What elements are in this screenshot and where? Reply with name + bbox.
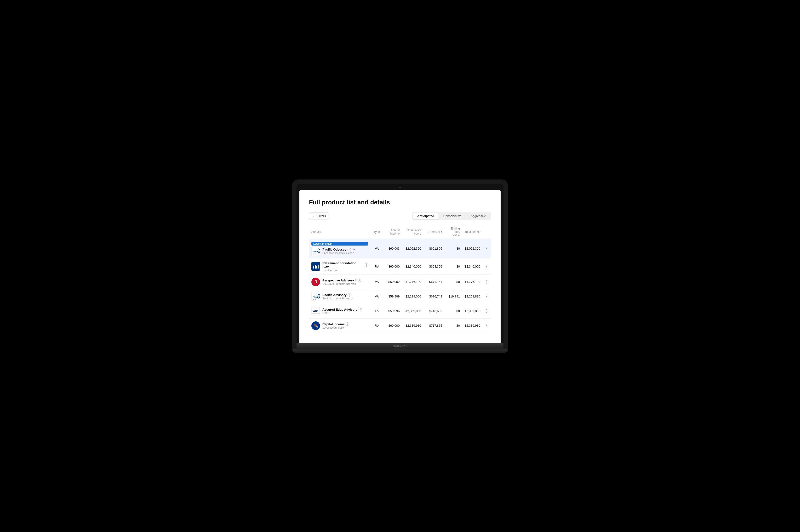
tab-aggressive[interactable]: Aggressive	[466, 212, 490, 220]
svg-text:LIFE: LIFE	[313, 299, 316, 300]
product-info: 🪶 Capital Income i Level payout option	[311, 321, 368, 330]
more-menu-button[interactable]	[485, 293, 489, 299]
product-text: Assured Edge Advisory i GWLB	[322, 308, 362, 315]
info-icon[interactable]: i	[346, 322, 349, 326]
ending-acc-value: $0	[444, 239, 462, 258]
col-header-annual-income: Annual income	[383, 225, 402, 239]
ending-acc-value: $0	[444, 258, 462, 274]
filter-icon	[313, 215, 316, 217]
badge-lowest-premium: Lowest premium	[311, 242, 368, 246]
product-text: Pacific Advisory i Portfolio Income Prot…	[322, 293, 353, 300]
product-info: Retirement Foundation ADV i Level Income	[311, 261, 368, 272]
product-sub: Level Income	[322, 269, 368, 272]
product-name: Retirement Foundation ADV i	[322, 261, 368, 268]
product-sub: Enhanced Income Select 2	[322, 251, 356, 254]
toolbar: Filters Anticipated Conservative Aggress…	[309, 212, 491, 220]
product-logo-pacific: PACIFIC LIFE	[311, 247, 320, 255]
more-menu-cell	[483, 304, 491, 318]
col-header-total: Total benefit	[462, 225, 483, 239]
premium: $717,875	[423, 318, 444, 333]
filter-label: Filters	[317, 214, 326, 218]
product-info: J Perspective Advisory II i LifeGuard Fr…	[311, 278, 368, 286]
product-type: FIA	[370, 258, 383, 274]
total-benefit: $2,339,860	[462, 304, 483, 318]
product-sub: GWLB	[322, 311, 362, 315]
table-body: Lowest premium PACIFIC LIFE Pacific Odys…	[309, 239, 491, 333]
more-menu-button[interactable]	[485, 246, 489, 251]
scenario-tabs: Anticipated Conservative Aggressive	[412, 212, 491, 220]
product-name: Pacific Advisory i	[322, 293, 353, 297]
info-icon[interactable]: i	[348, 293, 351, 297]
product-name: Capital Income i	[322, 322, 349, 326]
svg-text:🪶: 🪶	[313, 324, 318, 328]
info-icon[interactable]: i	[365, 263, 368, 267]
laptop-base	[292, 349, 508, 353]
product-name: Perspective Advisory II i	[322, 279, 361, 282]
macbook-label: MacBook Pro	[393, 345, 407, 347]
more-menu-button[interactable]	[485, 279, 489, 285]
col-header-ending: Ending acc. value	[444, 225, 462, 239]
product-type: VA	[370, 289, 383, 304]
more-menu-button[interactable]	[485, 264, 489, 269]
product-sub: LifeGuard Freedom Net Max	[322, 282, 361, 285]
info-icon[interactable]: i	[359, 308, 362, 311]
col-header-type: Type	[370, 225, 383, 239]
product-sub: Portfolio Income Protector	[322, 297, 353, 300]
cumulative-income: $2,339,860	[402, 304, 424, 318]
cumulative-income: $2,239,000	[402, 289, 424, 304]
col-header-premium[interactable]: Premium ↑	[423, 225, 444, 239]
product-logo-jackson: J	[311, 278, 320, 286]
svg-text:J: J	[314, 280, 317, 284]
table-header: Annuity Type Annual income Cumulative in…	[309, 225, 491, 239]
warn-icon[interactable]: ⚠	[352, 248, 356, 251]
filter-button[interactable]: Filters	[309, 212, 329, 220]
product-text: Perspective Advisory II i LifeGuard Free…	[322, 279, 361, 285]
product-info: AIG Life & Retirement Assured Edge Advis…	[311, 307, 368, 316]
laptop-screen: Full product list and details Filters An…	[299, 190, 501, 343]
product-text: Pacific Odyssey i ⚠ Enhanced Income Sele…	[322, 248, 356, 254]
table-row: PACIFIC LIFE Pacific Advisory i Portfoli…	[309, 289, 491, 304]
product-info: PACIFIC LIFE Pacific Advisory i Portfoli…	[311, 292, 368, 301]
product-name: Assured Edge Advisory i	[322, 308, 362, 311]
product-logo-capital: 🪶	[311, 321, 320, 330]
total-benefit: $2,052,320	[462, 239, 483, 258]
page-title: Full product list and details	[309, 198, 491, 206]
annual-income: $60,000	[383, 318, 402, 333]
annual-income: $60,002	[383, 274, 402, 289]
info-icon[interactable]: i	[358, 279, 361, 282]
svg-text:Life & Retirement: Life & Retirement	[312, 313, 320, 315]
tab-anticipated[interactable]: Anticipated	[413, 212, 439, 220]
total-benefit: $1,776,190	[462, 274, 483, 289]
svg-text:AIG: AIG	[313, 309, 318, 313]
col-header-annuity: Annuity	[309, 225, 370, 239]
product-text: Retirement Foundation ADV i Level Income	[322, 261, 368, 272]
more-menu-button[interactable]	[485, 308, 489, 314]
premium: $664,305	[423, 258, 444, 274]
total-benefit: $2,340,000	[462, 258, 483, 274]
cumulative-income: $2,339,980	[402, 318, 424, 333]
cumulative-income: $2,052,320	[402, 239, 424, 258]
more-menu-cell	[483, 289, 491, 304]
app-content: Full product list and details Filters An…	[299, 190, 501, 343]
tab-conservative[interactable]: Conservative	[439, 212, 466, 220]
screen-bezel: Full product list and details Filters An…	[296, 184, 504, 343]
product-type: VA	[370, 274, 383, 289]
annual-income: $59,999	[383, 289, 402, 304]
product-type: FIA	[370, 318, 383, 333]
more-menu-button[interactable]	[485, 323, 489, 328]
svg-text:LIFE: LIFE	[313, 253, 316, 254]
premium: $601,805	[423, 239, 444, 258]
product-logo-aig: AIG Life & Retirement	[311, 307, 320, 316]
more-menu-cell	[483, 239, 491, 258]
cumulative-income: $2,340,000	[402, 258, 424, 274]
camera	[399, 187, 401, 188]
laptop-frame: Full product list and details Filters An…	[292, 179, 508, 353]
ending-acc-value: $0	[444, 304, 462, 318]
product-table: Annuity Type Annual income Cumulative in…	[309, 225, 491, 333]
laptop-bottom-bar: MacBook Pro	[296, 343, 504, 349]
table-row: AIG Life & Retirement Assured Edge Advis…	[309, 304, 491, 318]
premium: $713,606	[423, 304, 444, 318]
info-icon[interactable]: i	[348, 248, 351, 251]
product-text: Capital Income i Level payout option	[322, 322, 349, 329]
table-row: J Perspective Advisory II i LifeGuard Fr…	[309, 274, 491, 289]
